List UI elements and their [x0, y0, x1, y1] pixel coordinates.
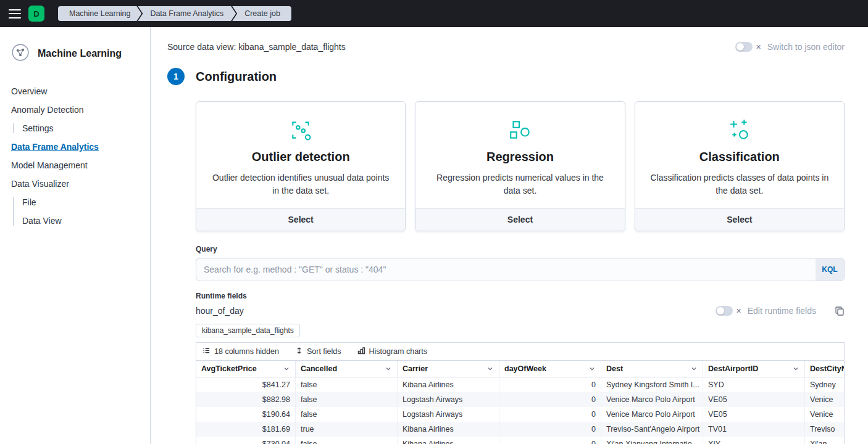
cell[interactable]: Xi'an: [805, 437, 845, 444]
card-classification[interactable]: Classification Classification predicts c…: [635, 101, 845, 231]
json-editor-toggle-label: Switch to json editor: [767, 42, 845, 52]
cell[interactable]: Sydney: [805, 377, 845, 392]
regression-icon: [429, 118, 611, 142]
json-editor-toggle[interactable]: [735, 42, 753, 52]
card-regression[interactable]: Regression Regression predicts numerical…: [415, 101, 625, 231]
query-label: Query: [196, 245, 845, 253]
sidebar-item-data-frame-analytics[interactable]: Data Frame Analytics: [11, 142, 140, 152]
cell[interactable]: Venice: [805, 407, 845, 422]
cell[interactable]: Kibana Airlines: [398, 437, 499, 444]
column-header-dayofweek[interactable]: dayOfWeek: [499, 361, 601, 377]
columns-hidden-button[interactable]: 18 columns hidden: [202, 347, 279, 356]
cell[interactable]: Venice Marco Polo Airport: [601, 407, 703, 422]
chevron-down-icon: [486, 365, 494, 372]
cell[interactable]: Kibana Airlines: [398, 377, 499, 392]
cell[interactable]: false: [296, 407, 398, 422]
column-header-destcityname[interactable]: DestCityN: [805, 361, 845, 377]
sidebar-item-settings[interactable]: Settings: [22, 123, 140, 133]
select-outlier-button[interactable]: Select: [196, 208, 405, 231]
breadcrumb-create-job[interactable]: Create job: [232, 6, 291, 21]
column-header-avgticketprice[interactable]: AvgTicketPrice: [196, 361, 296, 377]
cell[interactable]: VE05: [703, 407, 805, 422]
cell[interactable]: $882.98: [196, 392, 296, 407]
table-row: $181.69 true Kibana Airlines 0 Treviso-S…: [196, 422, 845, 437]
cell[interactable]: Xi'an Xianyang Internatio...: [601, 437, 703, 444]
toggle-off-icon: ×: [737, 306, 741, 315]
select-regression-button[interactable]: Select: [415, 208, 624, 231]
sidebar-nav: Overview Anomaly Detection Settings Data…: [0, 76, 150, 226]
select-classification-button[interactable]: Select: [635, 208, 844, 231]
cell[interactable]: Sydney Kingsford Smith I...: [601, 377, 703, 392]
cell[interactable]: Logstash Airways: [398, 392, 499, 407]
cell[interactable]: Logstash Airways: [398, 407, 499, 422]
cell[interactable]: VE05: [703, 392, 805, 407]
toggle-off-icon: ×: [756, 43, 761, 51]
query-language-button[interactable]: KQL: [816, 258, 844, 281]
menu-icon[interactable]: [9, 9, 21, 18]
column-header-dest[interactable]: Dest: [601, 361, 703, 377]
ml-logo-icon: [11, 43, 30, 64]
runtime-field-name: hour_of_day: [196, 306, 244, 316]
sidebar-title: Machine Learning: [38, 48, 122, 59]
cell[interactable]: false: [296, 377, 398, 392]
sidebar-item-data-visualizer[interactable]: Data Visualizer: [11, 179, 140, 189]
column-header-destairportid[interactable]: DestAirportID: [703, 361, 805, 377]
sidebar-item-data-view[interactable]: Data View: [22, 216, 140, 226]
space-avatar[interactable]: D: [28, 6, 44, 22]
sidebar-item-anomaly-detection[interactable]: Anomaly Detection: [11, 105, 140, 115]
card-description: Outlier detection identifies unusual dat…: [210, 171, 391, 197]
columns-hidden-label: 18 columns hidden: [214, 347, 279, 356]
cell[interactable]: Treviso: [805, 422, 845, 437]
step-number-badge: 1: [167, 68, 185, 85]
cell[interactable]: $730.04: [196, 437, 296, 444]
sidebar-item-file[interactable]: File: [22, 197, 140, 207]
sidebar-item-model-management[interactable]: Model Management: [11, 160, 140, 170]
configuration-heading: Configuration: [196, 70, 277, 84]
sidebar-subgroup-visualizer: File Data View: [13, 197, 140, 226]
runtime-fields-label: Runtime fields: [196, 292, 845, 300]
main-content: Source data view: kibana_sample_data_fli…: [151, 27, 868, 444]
cell[interactable]: 0: [499, 422, 601, 437]
table-row: $190.64 false Logstash Airways 0 Venice …: [196, 407, 845, 422]
cell[interactable]: Treviso-Sant'Angelo Airport: [601, 422, 703, 437]
card-title: Regression: [429, 150, 611, 164]
cell[interactable]: SYD: [703, 377, 805, 392]
sidebar-header: Machine Learning: [0, 27, 150, 76]
cell[interactable]: 0: [499, 392, 601, 407]
column-header-cancelled[interactable]: Cancelled: [296, 361, 398, 377]
query-search-input[interactable]: [196, 258, 845, 281]
cell[interactable]: TV01: [703, 422, 805, 437]
cell[interactable]: true: [296, 422, 398, 437]
sort-fields-label: Sort fields: [307, 347, 341, 356]
histogram-charts-button[interactable]: Histogram charts: [357, 347, 427, 356]
breadcrumb: Machine Learning Data Frame Analytics Cr…: [58, 6, 291, 21]
source-data-view-label: Source data view: kibana_sample_data_fli…: [167, 42, 346, 52]
cell[interactable]: Venice Marco Polo Airport: [601, 392, 703, 407]
card-description: Classification predicts classes of data …: [649, 171, 830, 197]
edit-runtime-fields-toggle[interactable]: [716, 306, 733, 316]
sidebar-subgroup-anomaly: Settings: [13, 123, 140, 133]
outlier-detection-icon: [210, 118, 391, 142]
chevron-down-icon: [690, 365, 698, 372]
cell[interactable]: 0: [499, 377, 601, 392]
histogram-icon: [357, 347, 365, 356]
cell[interactable]: $181.69: [196, 422, 296, 437]
card-title: Classification: [649, 150, 830, 164]
card-description: Regression predicts numerical values in …: [429, 171, 611, 197]
card-outlier-detection[interactable]: Outlier detection Outlier detection iden…: [196, 101, 406, 231]
cell[interactable]: 0: [499, 407, 601, 422]
breadcrumb-data-frame-analytics[interactable]: Data Frame Analytics: [138, 6, 236, 21]
cell[interactable]: Kibana Airlines: [398, 422, 499, 437]
breadcrumb-machine-learning[interactable]: Machine Learning: [58, 6, 141, 21]
sidebar-item-overview[interactable]: Overview: [11, 86, 140, 96]
cell[interactable]: $841.27: [196, 377, 296, 392]
cell[interactable]: false: [296, 392, 398, 407]
copy-icon[interactable]: [835, 306, 845, 316]
cell[interactable]: false: [296, 437, 398, 444]
cell[interactable]: Venice: [805, 392, 845, 407]
sort-fields-button[interactable]: Sort fields: [295, 347, 341, 356]
cell[interactable]: XIY: [703, 437, 805, 444]
column-header-carrier[interactable]: Carrier: [398, 361, 499, 377]
cell[interactable]: $190.64: [196, 407, 296, 422]
cell[interactable]: 0: [499, 437, 601, 444]
